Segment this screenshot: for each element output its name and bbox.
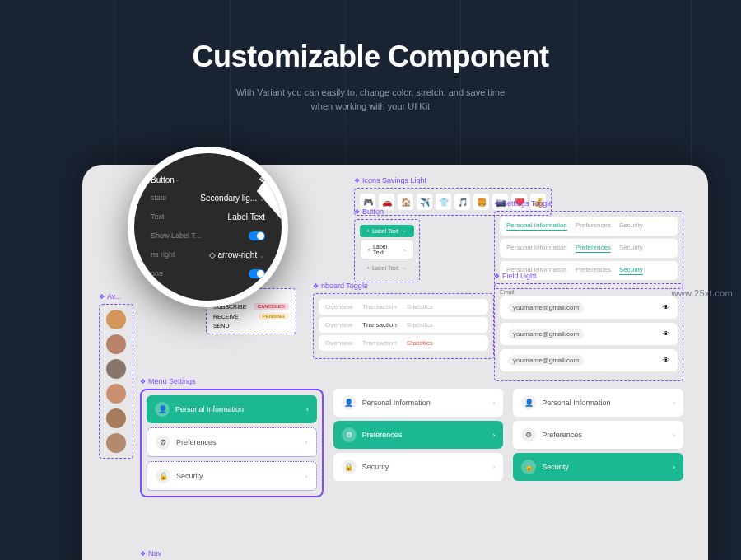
hero: Customizable Component With Variant you … [0,0,741,136]
savings-icon[interactable]: 🎵 [454,194,470,210]
button-outline[interactable]: +Label Text→ [360,240,414,259]
menu-item-personal[interactable]: 👤Personal Information› [513,389,683,417]
arrow-right-icon: → [401,247,407,253]
toggle-switch[interactable] [249,231,265,240]
menu-item-preferences[interactable]: ⚙Preferences› [513,421,683,449]
nav-section: Nav FFinlab Dashboard Wallets Settings H… [140,549,683,560]
section-label-avatar: Av... [99,292,133,301]
lock-icon: 🔒 [521,460,536,474]
avatar[interactable] [106,359,126,379]
avatar[interactable] [106,408,126,428]
tab-personal[interactable]: Personal Information [506,222,567,231]
savings-icon[interactable]: 🍔 [473,194,489,210]
toggle-variant: Personal Information Preferences Securit… [500,239,678,258]
chevron-down-icon: ⌄ [259,195,265,203]
toggle-switch[interactable] [249,269,265,278]
person-icon: 👤 [521,395,536,410]
tab-preferences[interactable]: Preferences [576,222,611,231]
section-label-menu: Menu Settings [140,377,683,385]
hero-subtitle-2: when working with your UI Kit [16,100,725,114]
section-label-icons: Icons Savings Light [354,176,552,184]
eye-off-icon[interactable]: 👁 [663,304,669,311]
watermark: www.25xt.com [671,288,733,298]
onboard-variant: Overview Transaction Statistics [319,335,488,351]
field-label: Email [500,289,678,295]
menu-settings-section: Menu Settings 👤Personal Information› ⚙Pr… [140,377,683,497]
section-label-button: Button [354,208,420,216]
menu-item-security[interactable]: 🔒Security› [513,453,683,481]
chevron-right-icon: › [305,473,308,480]
avatar-column [99,304,133,459]
chevron-right-icon: › [673,464,675,471]
section-label-field: Field Light [494,272,683,280]
avatar[interactable] [106,433,126,453]
onboard-toggle-section: nboard Toggle Overview Transaction Stati… [313,282,494,359]
email-field[interactable]: yourname@gmail.com👁 [500,296,678,319]
person-icon: 👤 [342,395,357,410]
avatar[interactable] [106,334,126,354]
section-label-nav: Nav [140,549,683,558]
property-text[interactable]: Text Label Text [151,208,265,226]
toggle-variant: Personal Information Preferences Securit… [500,217,678,236]
field-light-section: Field Light Email yourname@gmail.com👁 yo… [494,272,683,381]
avatar[interactable] [106,384,126,404]
arrow-right-icon: → [401,228,407,234]
avatar-section: Av... [99,292,133,459]
sliders-icon: ⚙ [156,435,170,450]
menu-item-security[interactable]: 🔒Security› [147,461,317,491]
chevron-down-icon: ⌄ [259,252,265,259]
component-icon: ❖ [259,175,265,184]
button-section: Button +Label Text→ +Label Text→ +Label … [354,208,420,282]
tab-security[interactable]: Security [619,222,643,231]
button-ghost[interactable]: +Label Text→ [360,262,414,274]
inspector-header: Button ⌄ ❖ [151,171,265,189]
person-icon: 👤 [155,402,170,417]
arrow-right-icon: → [401,265,407,271]
status-row: RECEIVEPENDING [210,311,292,321]
menu-item-security[interactable]: 🔒Security› [333,453,504,481]
onboard-variant: Overview Transaction Statistics [319,299,488,315]
chevron-right-icon: › [493,399,496,407]
tab-security[interactable]: Security [619,244,643,253]
menu-item-personal[interactable]: 👤Personal Information› [147,395,317,423]
menu-variant-3: 👤Personal Information› ⚙Preferences› 🔒Se… [513,389,683,497]
chevron-right-icon: › [305,439,308,446]
lock-icon: 🔒 [156,469,170,483]
button-primary[interactable]: +Label Text→ [360,225,414,237]
property-state[interactable]: state Secondary lig... ⌄ [151,189,265,208]
menu-variant-2: 👤Personal Information› ⚙Preferences› 🔒Se… [333,389,504,497]
property-show-label[interactable]: Show Label T... [151,226,265,245]
menu-variant-1: 👤Personal Information› ⚙Preferences› 🔒Se… [140,389,324,497]
chevron-right-icon: › [673,432,675,439]
email-field[interactable]: yourname@gmail.com👁 [500,349,678,371]
avatar[interactable] [106,310,126,329]
field-variants: Email yourname@gmail.com👁 yourname@gmail… [494,283,683,381]
chevron-right-icon: › [306,406,309,413]
hero-title: Customizable Component [16,40,725,74]
property-icons[interactable]: ons [151,264,265,283]
chevron-right-icon: › [493,432,496,439]
menu-item-preferences[interactable]: ⚙Preferences› [147,427,317,457]
eye-off-icon[interactable]: 👁 [663,357,669,364]
eye-off-icon[interactable]: 👁 [663,330,669,338]
property-icon-right[interactable]: ns right ◇ arrow-right ⌄ [151,245,265,264]
chevron-down-icon[interactable]: ⌄ [175,175,180,184]
savings-icon[interactable]: 👕 [436,194,451,210]
tab-personal[interactable]: Personal Information [506,244,567,253]
property-inspector-popup: Button ⌄ ❖ state Secondary lig... ⌄ Text… [128,147,288,307]
menu-grid: 👤Personal Information› ⚙Preferences› 🔒Se… [140,389,683,497]
menu-item-personal[interactable]: 👤Personal Information› [333,389,504,417]
chevron-right-icon: › [673,399,675,407]
tab-preferences[interactable]: Preferences [576,244,611,253]
onboard-variants: Overview Transaction Statistics Overview… [313,293,494,359]
email-field[interactable]: yourname@gmail.com👁 [500,323,678,345]
lock-icon: 🔒 [342,460,357,474]
section-label-onboard: nboard Toggle [313,282,494,290]
onboard-variant: Overview Transaction Statistics [319,317,488,333]
sliders-icon: ⚙ [342,427,357,442]
sliders-icon: ⚙ [521,427,536,442]
menu-item-preferences[interactable]: ⚙Preferences› [333,421,504,449]
hero-subtitle-1: With Variant you can easily to, change c… [16,86,725,100]
status-row: SEND [210,321,292,330]
section-label-settings-toggle: Settings Toggle [494,199,683,208]
